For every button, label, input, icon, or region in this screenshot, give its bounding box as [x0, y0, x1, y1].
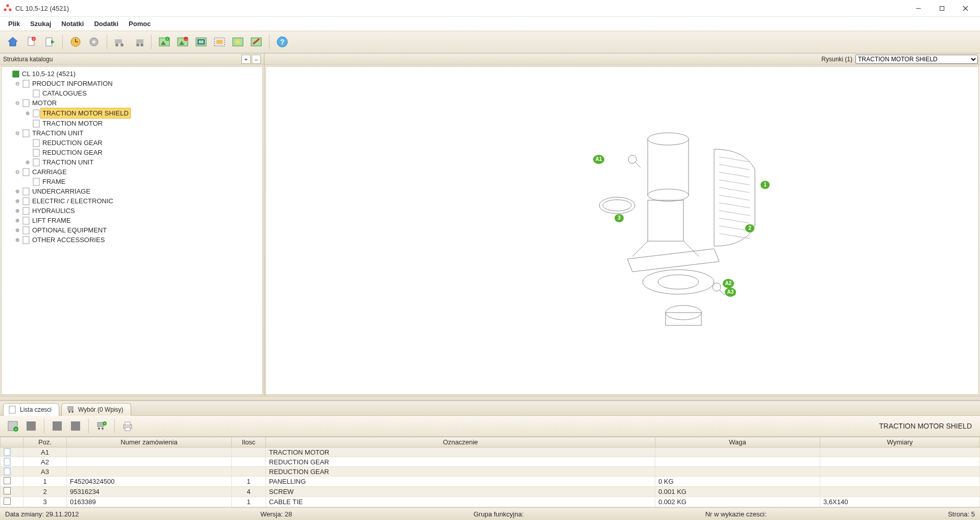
- svg-rect-110: [71, 421, 80, 431]
- th-weight[interactable]: Waga: [655, 437, 820, 447]
- svg-rect-118: [125, 428, 130, 431]
- menu-notes[interactable]: Notatki: [56, 18, 89, 30]
- menu-bar: Plik Szukaj Notatki Dodatki Pomoc: [0, 17, 980, 31]
- page-icon: [22, 197, 30, 205]
- row-checkbox[interactable]: [4, 487, 11, 494]
- svg-rect-55: [23, 198, 29, 205]
- grid-3-button[interactable]: [67, 417, 84, 435]
- svg-line-72: [719, 218, 750, 223]
- svg-rect-21: [136, 39, 143, 43]
- svg-point-22: [136, 43, 139, 46]
- table-row[interactable]: 1F452043245001PANELLING0 KG: [1, 477, 980, 487]
- svg-rect-57: [23, 217, 29, 224]
- th-qty[interactable]: Ilosc: [232, 437, 266, 447]
- title-bar: CL 10,5-12 (4521): [0, 0, 980, 17]
- page-icon: [32, 109, 40, 117]
- svg-rect-42: [13, 71, 19, 77]
- image-fit-button[interactable]: [192, 33, 210, 51]
- svg-rect-117: [125, 422, 130, 425]
- gear-button[interactable]: [85, 33, 103, 51]
- image-view-button[interactable]: [229, 33, 247, 51]
- app-icon: [3, 4, 12, 13]
- minimize-button[interactable]: [906, 0, 930, 16]
- menu-file[interactable]: Plik: [3, 18, 25, 30]
- th-desc[interactable]: Oznaczenie: [266, 437, 655, 447]
- svg-point-81: [643, 270, 714, 294]
- row-checkbox[interactable]: [4, 477, 11, 484]
- home-button[interactable]: [4, 33, 21, 51]
- expand-all-button[interactable]: +: [241, 55, 251, 64]
- svg-rect-50: [33, 149, 39, 156]
- svg-line-66: [719, 172, 750, 177]
- page-icon: [22, 80, 30, 88]
- svg-rect-120: [4, 458, 10, 465]
- cart-add-button[interactable]: +: [93, 417, 110, 435]
- drawing-select[interactable]: TRACTION MOTOR SHIELD: [855, 55, 978, 64]
- tab-parts-list[interactable]: Lista czesci: [3, 403, 59, 416]
- horizontal-splitter[interactable]: [0, 396, 980, 400]
- svg-line-86: [635, 162, 641, 168]
- svg-point-113: [102, 428, 104, 430]
- svg-point-76: [603, 200, 631, 211]
- grid-2-button[interactable]: [48, 417, 66, 435]
- svg-line-79: [683, 241, 699, 256]
- tab-selection[interactable]: Wybór (0 Wpisy): [61, 403, 131, 416]
- table-row[interactable]: 2953162344SCREW0.001 KG: [1, 487, 980, 497]
- close-button[interactable]: [953, 0, 977, 16]
- drawing-viewport[interactable]: A1 3 1 2 A2 A3: [265, 66, 979, 395]
- svg-rect-77: [648, 200, 683, 241]
- svg-rect-84: [666, 313, 701, 325]
- print-button[interactable]: [119, 417, 136, 435]
- table-row[interactable]: 301633891CABLE TIE0.002 KG3,6X140: [1, 497, 980, 507]
- grid-1-button[interactable]: [22, 417, 40, 435]
- svg-rect-101: [9, 406, 15, 413]
- menu-help[interactable]: Pomoc: [124, 18, 156, 30]
- page-icon: [32, 158, 40, 167]
- page-icon: [4, 458, 20, 466]
- svg-rect-58: [23, 227, 29, 234]
- truck-right-button[interactable]: [130, 33, 147, 51]
- truck-left-button[interactable]: [111, 33, 129, 51]
- image-select-button[interactable]: [211, 33, 228, 51]
- menu-search[interactable]: Szukaj: [25, 18, 56, 30]
- book-icon: [12, 70, 20, 78]
- svg-rect-54: [23, 188, 29, 195]
- svg-rect-49: [33, 139, 39, 147]
- forward-doc-button[interactable]: [41, 33, 58, 51]
- th-pos[interactable]: Poz.: [23, 437, 67, 447]
- menu-addons[interactable]: Dodatki: [89, 18, 124, 30]
- svg-rect-56: [23, 207, 29, 215]
- image-new-button[interactable]: +: [156, 33, 173, 51]
- clock-button[interactable]: [67, 33, 84, 51]
- tree-selected-item[interactable]: TRACTION MOTOR SHIELD: [40, 108, 131, 119]
- collapse-all-button[interactable]: –: [252, 55, 261, 64]
- svg-text:+: +: [104, 422, 106, 426]
- page-icon: [22, 236, 30, 244]
- svg-rect-44: [33, 90, 39, 97]
- svg-rect-35: [216, 40, 223, 44]
- page-icon: [32, 120, 40, 128]
- new-doc-button[interactable]: +: [22, 33, 40, 51]
- th-order[interactable]: Numer zamówienia: [67, 437, 232, 447]
- grid-add-button[interactable]: +: [4, 417, 21, 435]
- svg-line-69: [719, 195, 750, 200]
- svg-text:3: 3: [618, 215, 621, 221]
- svg-point-1: [4, 8, 7, 11]
- image-remove-button[interactable]: –: [174, 33, 191, 51]
- page-icon: [22, 187, 30, 196]
- th-dim[interactable]: Wymiary: [820, 437, 980, 447]
- svg-text:A2: A2: [725, 280, 732, 286]
- row-checkbox[interactable]: [4, 498, 11, 505]
- svg-marker-7: [8, 37, 17, 46]
- table-row[interactable]: A1TRACTION MOTOR: [1, 447, 980, 457]
- svg-point-103: [68, 411, 70, 413]
- image-edit-button[interactable]: [248, 33, 265, 51]
- table-row[interactable]: A3REDUCTION GEAR: [1, 467, 980, 477]
- help-button[interactable]: ?: [274, 33, 291, 51]
- svg-point-82: [658, 275, 699, 289]
- svg-point-87: [713, 283, 721, 291]
- page-icon: [22, 217, 30, 225]
- catalog-tree[interactable]: ▾CL 10,5-12 (4521) ⊖PRODUCT INFORMATION …: [1, 66, 263, 395]
- table-row[interactable]: A2REDUCTION GEAR: [1, 457, 980, 467]
- maximize-button[interactable]: [930, 0, 953, 16]
